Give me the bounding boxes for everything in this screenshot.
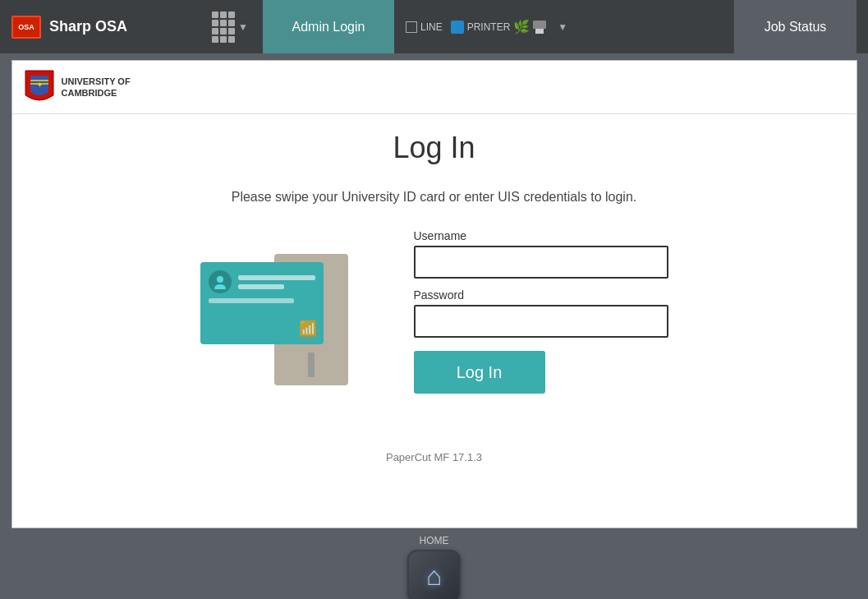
id-card-top <box>209 270 315 293</box>
admin-login-button[interactable]: Admin Login <box>263 0 394 53</box>
keypad-icon <box>212 12 235 43</box>
cambridge-text: UNIVERSITY OF CAMBRIDGE <box>62 76 131 99</box>
password-input[interactable] <box>414 305 668 338</box>
page-title: Log In <box>393 131 475 165</box>
app-name: Sharp OSA <box>49 18 127 35</box>
admin-login-section: Admin Login <box>263 0 394 53</box>
printer-indicator: PRINTER 🌿 <box>451 19 547 35</box>
id-card: 📶 <box>200 262 324 344</box>
printer-body-icon <box>533 21 546 29</box>
card-illustration: 📶 <box>200 237 365 402</box>
keypad-dropdown-arrow[interactable]: ▼ <box>238 21 248 33</box>
id-card-bottom-line-1 <box>209 298 294 303</box>
login-area: 📶 Username Password Log In <box>200 229 668 402</box>
id-card-bottom-lines <box>209 298 315 303</box>
wifi-icon: 📶 <box>299 320 317 338</box>
instruction-text: Please swipe your University ID card or … <box>232 190 637 205</box>
card-reader-connector <box>308 352 315 377</box>
password-label: Password <box>414 288 668 302</box>
id-card-avatar <box>209 270 232 293</box>
sharp-logo: OSA <box>11 16 41 39</box>
university-line1: UNIVERSITY OF <box>62 76 131 87</box>
id-card-lines <box>238 275 315 289</box>
svg-text:✦: ✦ <box>36 81 42 89</box>
cambridge-shield-icon: ✦ <box>24 69 55 105</box>
cambridge-logo: ✦ UNIVERSITY OF CAMBRIDGE <box>24 69 131 105</box>
job-status-button[interactable]: Job Status <box>733 0 857 53</box>
printer-paper-icon <box>535 29 544 34</box>
app-section: OSA Sharp OSA <box>0 16 197 39</box>
svg-point-1 <box>217 276 223 283</box>
printer-label: PRINTER <box>467 21 511 33</box>
printer-dropdown-arrow[interactable]: ▼ <box>558 21 567 33</box>
top-bar: OSA Sharp OSA ▼ Admin Login LINE <box>0 0 868 53</box>
keypad-section: ▼ <box>197 12 263 43</box>
line-checkbox <box>406 21 417 33</box>
green-leaf-icon: 🌿 <box>513 19 530 35</box>
bottom-bar: HOME ⌂ <box>0 528 868 599</box>
home-label: HOME <box>420 535 449 546</box>
content-header: ✦ UNIVERSITY OF CAMBRIDGE <box>12 61 857 114</box>
job-status-section: Job Status <box>733 0 857 53</box>
main-wrapper: ✦ UNIVERSITY OF CAMBRIDGE Log In Please … <box>0 53 868 528</box>
printer-color-square <box>451 21 464 34</box>
username-input[interactable] <box>414 246 668 279</box>
password-group: Password <box>414 288 668 338</box>
university-line2: CAMBRIDGE <box>62 87 131 99</box>
version-text: PaperCut MF 17.1.3 <box>386 451 482 463</box>
id-card-line-1 <box>238 275 315 280</box>
login-form: Username Password Log In <box>414 229 668 394</box>
home-house-icon: ⌂ <box>426 561 442 592</box>
content-panel: ✦ UNIVERSITY OF CAMBRIDGE Log In Please … <box>11 60 857 528</box>
line-indicator: LINE <box>406 21 443 33</box>
login-button[interactable]: Log In <box>414 351 545 394</box>
line-label: LINE <box>420 21 443 33</box>
home-button[interactable]: ⌂ <box>407 550 461 599</box>
person-icon <box>213 274 227 289</box>
username-group: Username <box>414 229 668 279</box>
status-section: LINE PRINTER 🌿 ▼ Job Status <box>394 0 868 53</box>
content-body: Log In Please swipe your University ID c… <box>12 114 857 528</box>
id-card-line-2 <box>238 284 284 289</box>
username-label: Username <box>414 229 668 242</box>
